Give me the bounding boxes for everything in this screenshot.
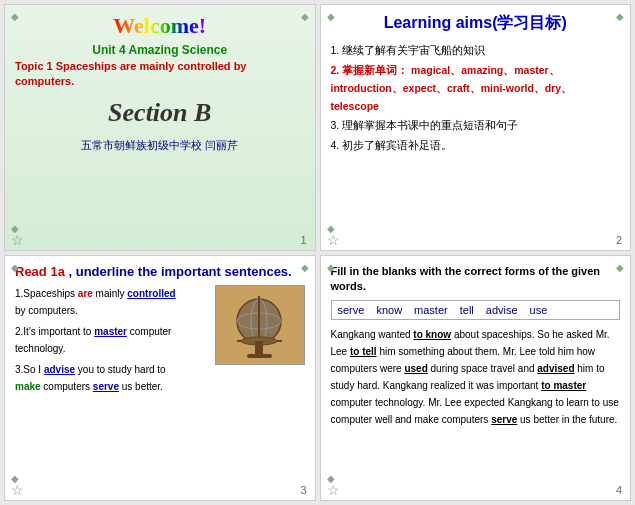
svg-rect-8 (247, 354, 272, 358)
aim3-text: 3. 理解掌握本书课中的重点短语和句子 (331, 119, 519, 131)
aim-item-3: 3. 理解掌握本书课中的重点短语和句子 (331, 117, 621, 135)
passage: Kangkang wanted to know about spaceships… (331, 326, 621, 428)
content-area: 1.Spaceships are mainly controlled by co… (15, 285, 305, 399)
blank-advised: advised (537, 363, 574, 374)
word-bank: serve know master tell advise use (331, 300, 621, 320)
aim2-label: 2. 掌握新单词： (331, 64, 409, 76)
aim4-text: 4. 初步了解宾语补足语。 (331, 139, 453, 151)
aim-item-2: 2. 掌握新单词： magical、amazing、master、introdu… (331, 62, 621, 116)
diamond-decoration-tr: ◆ (616, 262, 624, 273)
s2-master: master (94, 326, 127, 337)
orrery-image (215, 285, 305, 365)
s1-mainly: mainly (93, 288, 127, 299)
slide-1: ◆ ◆ Welcome! Unit 4 Amazing Science Topi… (4, 4, 316, 251)
word-tell: tell (460, 304, 474, 316)
s1-prefix: 1.Spaceships (15, 288, 78, 299)
sentence-3: 3.So I advise you to study hard to make … (15, 361, 209, 395)
title-suffix: , underline the important sentences. (69, 264, 292, 279)
slide-3: ◆ ◆ Read 1a , underline the important se… (4, 255, 316, 502)
sentence-2: 2.It's important to master computertechn… (15, 323, 209, 357)
sentence-1: 1.Spaceships are mainly controlled by co… (15, 285, 209, 319)
slide-number: 2 (616, 234, 622, 246)
s3-serve: serve (93, 381, 119, 392)
diamond-decoration-tr: ◆ (616, 11, 624, 22)
school-label: 五常市朝鲜族初级中学校 闫丽芹 (15, 138, 305, 153)
blank-tell: to tell (350, 346, 377, 357)
aim1-text: 1. 继续了解有关宇宙飞船的知识 (331, 44, 486, 56)
blank-master: to master (541, 380, 586, 391)
word-master: master (414, 304, 448, 316)
diamond-decoration-tl: ◆ (11, 11, 19, 22)
blank-serve: serve (491, 414, 517, 425)
s3-advise: advise (44, 364, 75, 375)
aims-list: 1. 继续了解有关宇宙飞船的知识 2. 掌握新单词： magical、amazi… (331, 42, 621, 155)
s1-controlled: controlled (127, 288, 175, 299)
svg-rect-7 (255, 341, 263, 356)
slide-2: ◆ ◆ Learning aims(学习目标) 1. 继续了解有关宇宙飞船的知识… (320, 4, 632, 251)
blank-used: used (404, 363, 427, 374)
unit-label: Unit 4 Amazing Science (15, 43, 305, 57)
welcome-logo: Welcome! (15, 13, 305, 39)
diamond-decoration-tl: ◆ (327, 11, 335, 22)
topic-label: Topic 1 Spaceships are mainly controlled… (15, 59, 305, 90)
star-icon: ☆ (327, 232, 340, 248)
word-know: know (376, 304, 402, 316)
aim-item-4: 4. 初步了解宾语补足语。 (331, 137, 621, 155)
aim-item-1: 1. 继续了解有关宇宙飞船的知识 (331, 42, 621, 60)
s1-suffix: by computers. (15, 305, 78, 316)
s3-make: make (15, 381, 41, 392)
slide-number: 4 (616, 484, 622, 496)
slide-4: ◆ ◆ Fill in the blanks with the correct … (320, 255, 632, 502)
star-icon: ☆ (11, 482, 24, 498)
slide-number: 1 (300, 234, 306, 246)
learning-aims-title: Learning aims(学习目标) (331, 13, 621, 34)
section-title: Section B (15, 98, 305, 128)
read-label: Read 1a (15, 264, 65, 279)
diamond-decoration-tr: ◆ (301, 11, 309, 22)
word-serve: serve (338, 304, 365, 316)
read-title: Read 1a , underline the important senten… (15, 264, 305, 279)
welcome-text: Welcome! (113, 13, 206, 39)
slide-number: 3 (300, 484, 306, 496)
diamond-decoration-tl: ◆ (11, 262, 19, 273)
s1-are: are (78, 288, 93, 299)
star-icon: ☆ (327, 482, 340, 498)
diamond-decoration-tr: ◆ (301, 262, 309, 273)
word-advise: advise (486, 304, 518, 316)
blank-know: to know (413, 329, 451, 340)
star-icon: ☆ (11, 232, 24, 248)
word-use: use (530, 304, 548, 316)
fill-blanks-title: Fill in the blanks with the correct form… (331, 264, 621, 295)
diamond-decoration-tl: ◆ (327, 262, 335, 273)
sentences: 1.Spaceships are mainly controlled by co… (15, 285, 209, 399)
